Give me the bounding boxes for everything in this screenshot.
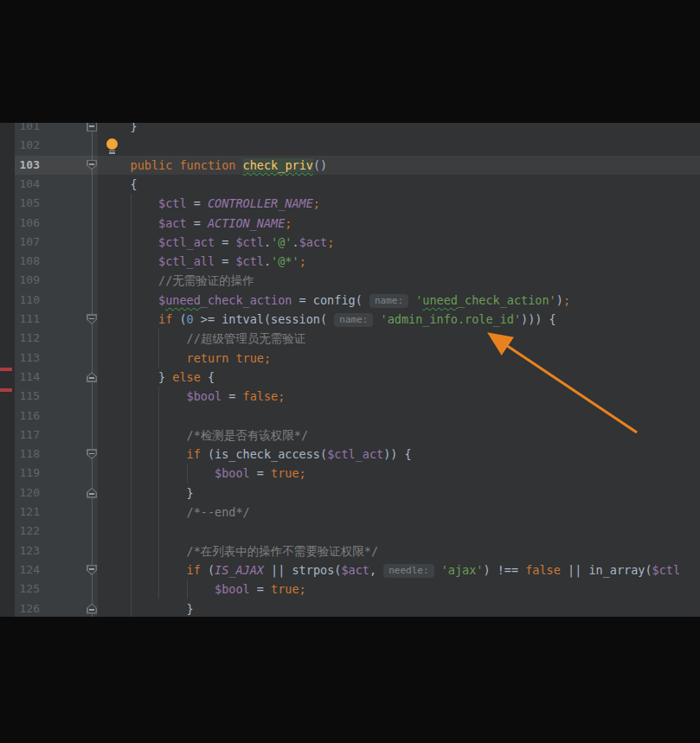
token: true	[271, 466, 299, 480]
line-number[interactable]: 120	[0, 484, 40, 503]
token: $act	[158, 216, 187, 230]
line-number[interactable]: 112	[0, 329, 40, 348]
line-number[interactable]: 119	[0, 464, 40, 483]
line-number[interactable]: 102	[0, 136, 40, 155]
fold-marker-icon[interactable]	[87, 565, 97, 575]
line-number[interactable]: 103	[0, 156, 40, 175]
line-number[interactable]: 113	[0, 349, 40, 368]
code-text[interactable]: $ctl_act = $ctl.'@'.$act;	[102, 233, 334, 252]
code-text[interactable]: if (is_check_access($ctl_act)) {	[102, 445, 412, 464]
line-number[interactable]: 121	[0, 503, 40, 522]
token	[102, 447, 187, 461]
token: ;	[278, 389, 285, 403]
token: =	[222, 389, 242, 403]
code-line-112[interactable]: 112 //超级管理员无需验证	[0, 329, 700, 348]
code-line-126[interactable]: 126 }	[0, 599, 700, 618]
code-text[interactable]: /*--end*/	[102, 503, 250, 522]
token: = config(	[292, 293, 369, 307]
code-line-109[interactable]: 109 //无需验证的操作	[0, 271, 700, 290]
code-line-104[interactable]: 104 {	[0, 175, 700, 194]
code-line-121[interactable]: 121 /*--end*/	[0, 503, 700, 522]
fold-marker-icon[interactable]	[87, 372, 97, 382]
fold-marker-icon[interactable]	[87, 160, 97, 170]
parameter-hint: name:	[369, 294, 408, 308]
code-text[interactable]: }	[102, 599, 194, 618]
line-number[interactable]: 106	[0, 214, 40, 233]
token: || strpos(	[264, 563, 341, 577]
code-text[interactable]: $bool = true;	[102, 464, 306, 483]
token: _check_action'	[458, 293, 556, 307]
code-line-102[interactable]: 102	[0, 136, 700, 155]
code-line-124[interactable]: 124 if (IS_AJAX || strpos($act, needle: …	[0, 560, 700, 580]
code-line-108[interactable]: 108 $ctl_all = $ctl.'@*';	[0, 252, 700, 271]
line-number[interactable]: 108	[0, 252, 40, 271]
line-number[interactable]: 117	[0, 426, 40, 445]
code-text[interactable]: $uneed_check_action = config( name: 'une…	[102, 291, 570, 310]
line-number[interactable]: 110	[0, 291, 40, 310]
line-number[interactable]: 125	[0, 580, 40, 599]
token: $ctl_all	[158, 254, 215, 268]
line-number[interactable]: 118	[0, 445, 40, 464]
code-line-119[interactable]: 119 $bool = true;	[0, 464, 700, 483]
code-line-116[interactable]: 116	[0, 407, 700, 426]
code-text[interactable]: {	[102, 175, 138, 194]
code-line-120[interactable]: 120 }	[0, 484, 700, 503]
code-line-117[interactable]: 117 /*检测是否有该权限*/	[0, 426, 700, 445]
code-line-110[interactable]: 110 $uneed_check_action = config( name: …	[0, 291, 700, 310]
token: false	[243, 389, 279, 403]
code-text[interactable]: if (0 >= intval(session( name: 'admin_in…	[102, 310, 556, 329]
line-number[interactable]: 122	[0, 522, 40, 541]
line-number[interactable]: 101	[0, 123, 40, 136]
code-lines[interactable]: 101 }102103 public function check_priv()…	[0, 123, 700, 617]
line-number[interactable]: 111	[0, 310, 40, 329]
code-line-103[interactable]: 103 public function check_priv()	[0, 156, 700, 175]
code-line-118[interactable]: 118 if (is_check_access($ctl_act)) {	[0, 445, 700, 464]
fold-marker-icon[interactable]	[87, 488, 97, 498]
code-line-114[interactable]: 114 } else {	[0, 368, 700, 387]
token: =	[250, 466, 271, 480]
code-text[interactable]: } else {	[102, 368, 215, 387]
code-text[interactable]: $act = ACTION_NAME;	[102, 214, 292, 233]
code-line-123[interactable]: 123 /*在列表中的操作不需要验证权限*/	[0, 541, 700, 560]
code-text[interactable]: $bool = false;	[102, 387, 285, 406]
line-number[interactable]: 109	[0, 271, 40, 290]
code-line-111[interactable]: 111 if (0 >= intval(session( name: 'admi…	[0, 310, 700, 329]
code-text[interactable]: $ctl = CONTROLLER_NAME;	[102, 194, 320, 213]
fold-marker-icon[interactable]	[87, 604, 97, 614]
code-line-122[interactable]: 122	[0, 522, 700, 541]
code-line-106[interactable]: 106 $act = ACTION_NAME;	[0, 214, 700, 233]
code-text[interactable]: /*检测是否有该权限*/	[102, 426, 308, 445]
line-number[interactable]: 105	[0, 194, 40, 213]
code-text[interactable]: $ctl_all = $ctl.'@*';	[102, 252, 306, 271]
fold-marker-icon[interactable]	[87, 123, 97, 131]
fold-marker-icon[interactable]	[87, 449, 97, 459]
line-number[interactable]: 124	[0, 560, 40, 580]
code-line-113[interactable]: 113 return true;	[0, 349, 700, 368]
code-text[interactable]: }	[102, 484, 194, 503]
intention-bulb-icon[interactable]	[106, 138, 118, 150]
code-line-105[interactable]: 105 $ctl = CONTROLLER_NAME;	[0, 194, 700, 213]
code-line-107[interactable]: 107 $ctl_act = $ctl.'@'.$act;	[0, 233, 700, 252]
code-line-101[interactable]: 101 }	[0, 123, 700, 136]
token	[102, 254, 158, 268]
code-text[interactable]: /*在列表中的操作不需要验证权限*/	[102, 541, 378, 560]
code-line-125[interactable]: 125 $bool = true;	[0, 580, 700, 599]
line-number[interactable]: 116	[0, 407, 40, 426]
code-editor[interactable]: 101 }102103 public function check_priv()…	[0, 123, 700, 617]
line-number[interactable]: 123	[0, 541, 40, 560]
token: (	[201, 563, 215, 577]
code-text[interactable]: return true;	[102, 349, 271, 368]
code-text[interactable]: //无需验证的操作	[102, 271, 254, 290]
line-number[interactable]: 126	[0, 599, 40, 618]
code-text[interactable]: $bool = true;	[102, 580, 306, 599]
code-text[interactable]: public function check_priv()	[102, 156, 327, 175]
code-line-115[interactable]: 115 $bool = false;	[0, 387, 700, 406]
code-text[interactable]: //超级管理员无需验证	[102, 329, 305, 348]
code-text[interactable]: if (IS_AJAX || strpos($act, needle: 'aja…	[102, 560, 680, 580]
token	[102, 158, 131, 172]
fold-marker-icon[interactable]	[87, 314, 97, 324]
token: ;	[299, 466, 306, 480]
line-number[interactable]: 107	[0, 233, 40, 252]
line-number[interactable]: 104	[0, 175, 40, 194]
code-text[interactable]: }	[102, 123, 138, 136]
